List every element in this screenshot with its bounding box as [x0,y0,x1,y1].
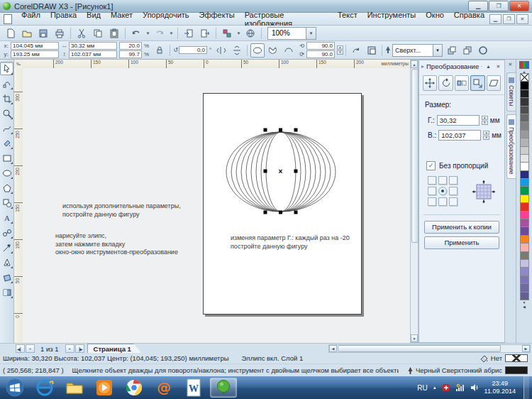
eyedropper-tool[interactable] [0,241,13,254]
copy-button[interactable] [90,26,106,40]
outline-width-combo[interactable]: Сверхт... ▼ [392,44,443,57]
anchor-center[interactable] [438,187,447,195]
show-desktop-button[interactable] [523,376,529,399]
mdi-restore-button[interactable]: ❐ [503,14,515,24]
undo-button[interactable] [128,26,144,40]
horizontal-size-field[interactable]: 30,32 [437,115,480,126]
tab-tips[interactable]: Советы [506,72,516,111]
interactive-fill-tool[interactable] [0,285,13,299]
object-x-field[interactable]: 104.045 мм [11,42,59,50]
horizontal-scroll-thumb[interactable] [338,345,501,352]
network-tray-icon[interactable] [455,383,465,392]
mdi-minimize-button[interactable]: ▁ [489,14,501,24]
selection-handle[interactable] [279,211,282,214]
horizontal-size-spinner[interactable]: ▲▼ [482,116,488,125]
selection-handle[interactable] [264,170,267,173]
redo-button[interactable] [152,26,167,40]
transform-size-button[interactable] [470,75,484,91]
color-swatch[interactable] [520,292,529,300]
vertical-scrollbar[interactable]: ▲ ▼ [410,60,419,343]
shape-tool[interactable] [0,77,13,90]
ellipse-tool[interactable] [0,166,13,180]
open-button[interactable] [19,26,35,40]
anchor-bottom-center[interactable] [438,197,447,206]
volume-tray-icon[interactable] [470,383,480,392]
anchor-top-left[interactable] [428,176,436,185]
text-tool[interactable]: A [0,211,13,224]
language-indicator[interactable]: RU [417,384,427,392]
freehand-tool[interactable] [0,121,13,135]
docker-group-close-button[interactable]: ✕ [505,60,516,70]
taskbar-internet-explorer-button[interactable] [31,378,58,398]
vertical-size-spinner[interactable]: ▲▼ [483,131,489,140]
mdi-close-button[interactable]: ✕ [516,14,528,24]
scroll-left-arrow[interactable]: ◀ [329,345,337,352]
apply-to-copy-button[interactable]: Применить к копии [424,221,499,234]
docker-close-button[interactable]: ✕ [494,64,502,70]
interactive-blend-tool[interactable] [0,226,13,239]
selection-handle[interactable] [294,211,298,214]
taskbar-coreldraw-button[interactable] [210,378,237,398]
direction-button[interactable] [349,43,363,58]
last-page-button[interactable]: ▕▶ [75,344,84,353]
ellipse-figure[interactable]: × [204,94,361,314]
application-launcher-button[interactable] [219,26,235,40]
object-y-field[interactable]: 193.25 мм [11,50,59,58]
taskbar-start-button[interactable] [1,378,28,398]
transform-skew-button[interactable] [487,75,501,91]
taskbar-chrome-button[interactable] [121,378,148,398]
fill-tool[interactable] [0,270,13,284]
zoom-dropdown-arrow[interactable]: ▼ [306,28,316,39]
palette-expand[interactable]: ◀ [523,305,526,309]
document-page[interactable]: × изменяя параметр Г.: каждый раз на -20… [203,93,362,315]
no-proportions-checkbox[interactable]: ✓ [426,161,436,170]
scale-y-field[interactable]: 99.7 [119,50,142,58]
crop-tool[interactable] [0,92,13,105]
close-button[interactable]: ✕ [509,1,529,11]
anchor-middle-right[interactable] [449,187,458,195]
selection-handle[interactable] [294,129,298,132]
arc-mode-button[interactable] [282,43,296,58]
polygon-tool[interactable] [0,181,13,195]
rotation-field[interactable]: 0,0 [179,46,207,54]
anchor-bottom-left[interactable] [428,197,436,206]
page-tab[interactable]: Страница 1 [87,344,142,354]
smart-fill-tool[interactable] [0,136,13,150]
add-page-before-button[interactable]: + [26,344,35,353]
zoom-tool[interactable] [0,106,13,120]
add-page-after-button[interactable]: + [65,344,74,353]
antivirus-tray-icon[interactable] [442,383,450,392]
tray-expand-arrow[interactable]: ▲ [433,386,437,390]
drawing-canvas[interactable]: используя дополнительные параметры,постр… [23,68,410,343]
redo-dropdown-arrow[interactable]: ▼ [168,27,174,40]
selection-handle[interactable] [279,129,282,132]
scale-x-field[interactable]: 20.0 [119,42,142,50]
zoom-level-combo[interactable]: 100% ▼ [267,27,316,40]
transform-position-button[interactable] [423,75,437,91]
cut-button[interactable] [74,26,89,40]
apply-button[interactable]: Применить [424,236,499,249]
outline-tool[interactable] [0,256,13,269]
basic-shapes-tool[interactable] [0,196,13,209]
start-angle-field[interactable]: 90.0 [306,42,335,50]
transform-rotation-button[interactable] [438,75,453,91]
new-document-button[interactable] [3,26,18,40]
scroll-down-arrow[interactable]: ▼ [411,334,418,342]
taskbar-media-player-button[interactable] [91,378,118,398]
print-button[interactable] [52,26,67,40]
mirror-horizontal-button[interactable] [214,43,228,58]
docker-grip-icon[interactable]: ▸ [421,63,424,70]
launcher-dropdown-arrow[interactable]: ▼ [235,27,242,40]
object-center-mark[interactable]: × [279,168,283,175]
docker-collapse-button[interactable]: ▲ [484,64,492,69]
taskbar-word-button[interactable]: W [180,378,207,398]
object-height-field[interactable]: 102.037 мм [69,50,117,58]
rectangle-tool[interactable] [0,151,13,165]
selection-handle[interactable] [294,170,298,173]
save-button[interactable] [35,26,51,40]
anchor-bottom-right[interactable] [449,197,458,206]
wrap-text-button[interactable] [365,43,379,58]
export-button[interactable] [197,26,213,40]
anchor-top-right[interactable] [449,176,458,185]
paste-button[interactable] [106,26,122,40]
